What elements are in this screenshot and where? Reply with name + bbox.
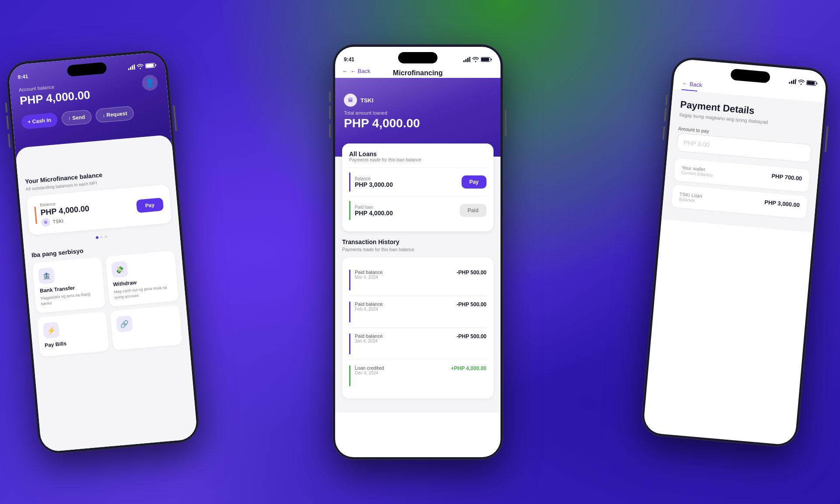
phone-left-screen: 9:41 (8, 52, 198, 452)
svg-rect-10 (469, 57, 471, 62)
wifi-icon-right (798, 79, 805, 85)
right-content: Payment Details Ilagay kung magkano ang … (662, 89, 825, 232)
tx-section-title: Transaction History (342, 238, 494, 245)
tx-bar-4 (349, 365, 350, 386)
other-service-card[interactable]: 🔗 (110, 305, 182, 350)
loan-pay-button-1[interactable]: Pay (462, 175, 486, 189)
lender-icon: 🏛 (344, 94, 357, 107)
signal-icon-left (128, 64, 135, 70)
tx-date-2: Feb 4, 2024 (355, 307, 457, 312)
center-silent (329, 91, 331, 102)
tx-info-2: Paid balance Feb 4, 2024 (355, 301, 457, 312)
center-status-icons (463, 57, 492, 62)
svg-rect-7 (463, 60, 465, 62)
loans-card: All Loans Payments made for this loan ba… (342, 144, 494, 231)
pay-bills-card[interactable]: ⚡ Pay Bills (37, 312, 109, 357)
tx-date-4: Dec 4, 2024 (355, 371, 451, 375)
svg-rect-19 (807, 81, 815, 85)
bank-transfer-card[interactable]: 🏦 Bank Transfer Magpadala ng pera sa iba… (32, 257, 105, 313)
battery-icon-right (806, 80, 818, 86)
services-grid: 🏦 Bank Transfer Magpadala ng pera sa iba… (32, 251, 183, 357)
wifi-icon-left (136, 63, 144, 69)
loan-bar-1 (349, 172, 350, 192)
signal-icon-center (463, 57, 470, 62)
tx-amount-4: +PHP 4,000.00 (451, 365, 486, 371)
svg-rect-16 (793, 80, 794, 84)
right-vol-down (662, 126, 665, 140)
orange-indicator (34, 206, 37, 224)
time-center: 9:41 (344, 56, 354, 63)
back-label-center: ← Back (350, 68, 371, 74)
wifi-icon-center (472, 57, 479, 62)
lender-name: TSKI (360, 97, 374, 104)
tx-label-2: Paid balance (355, 301, 457, 307)
back-arrow-right: ← (682, 80, 688, 87)
page-title-center: Microfinancing (393, 69, 443, 77)
loan-paid-button-2: Paid (460, 204, 486, 217)
tx-card: Paid balance Mar 4, 2024 -PHP 500.00 Pai… (342, 257, 494, 399)
phone-right-screen: 9:41 (643, 58, 827, 445)
loan-info-2: Paid loan PHP 4,000.00 (355, 205, 460, 217)
right-vol-up (664, 108, 667, 122)
loans-subtitle: Payments made for this loan balance (349, 158, 486, 162)
mf-pay-button[interactable]: Pay (136, 198, 164, 213)
tx-label-1: Paid balance (355, 270, 457, 275)
tx-date-1: Mar 4, 2024 (355, 275, 457, 280)
tx-info-4: Loan credited Dec 4, 2024 (355, 365, 451, 375)
loan-status-2: Paid loan (355, 205, 460, 210)
svg-rect-9 (467, 58, 469, 62)
tx-label-4: Loan credited (355, 365, 451, 371)
request-button[interactable]: ↓ Request (95, 106, 134, 123)
org-name: TSKI (52, 218, 63, 224)
tx-amount-1: -PHP 500.00 (457, 270, 487, 276)
phone-left: 9:41 (5, 49, 200, 455)
center-content: All Loans Payments made for this loan ba… (335, 144, 500, 413)
loan-amount-2: PHP 4,000.00 (355, 210, 460, 217)
loans-title: All Loans (349, 150, 486, 158)
back-nav-center[interactable]: ← ← Back (342, 68, 371, 74)
volume-up-button (6, 116, 9, 130)
status-icons-left (128, 63, 157, 70)
send-button[interactable]: ↑ Send (61, 109, 92, 126)
phones-container: 9:41 (0, 0, 840, 504)
center-vol-up (329, 105, 331, 119)
tx-label-3: Paid balance (355, 333, 457, 339)
time-right: 9:41 (683, 69, 694, 76)
loan-amount-right: PHP 3,000.00 (764, 199, 800, 208)
battery-icon-left (145, 63, 157, 69)
center-vol-down (329, 124, 331, 138)
dot-1 (96, 236, 99, 239)
tx-info-3: Paid balance Jan 4, 2024 (355, 333, 457, 343)
tx-info-1: Paid balance Mar 4, 2024 (355, 270, 457, 280)
back-label-right: Back (689, 81, 702, 88)
wallet-row: Your wallet Current Balance PHP 700.00 (681, 165, 802, 186)
svg-rect-6 (155, 64, 156, 66)
tx-bar-3 (349, 333, 350, 354)
loan-amount-1: PHP 3,000.00 (355, 181, 462, 188)
svg-rect-17 (794, 79, 796, 84)
loan-row: TSKI Loan Balance PHP 3,000.00 (679, 191, 800, 212)
lender-badge: 🏛 TSKI (344, 94, 492, 107)
withdraw-card[interactable]: 💸 Withdraw Mag-cash out ng pera mula sa … (105, 251, 178, 307)
volume-down-button (8, 134, 11, 148)
battery-icon-center (481, 57, 492, 62)
mf-card: Balance PHP 4,000.00 🏛 TSKI Pay (26, 184, 172, 235)
total-loaned-label: Total amount loaned (344, 110, 492, 116)
loan-item-1: Balance PHP 3,000.00 Pay (349, 168, 486, 196)
back-arrow-center: ← (342, 68, 348, 74)
withdraw-icon: 💸 (111, 261, 128, 278)
tx-bar-1 (349, 270, 350, 290)
org-icon: 🏛 (41, 217, 51, 227)
svg-rect-15 (791, 81, 792, 84)
tx-section-subtitle: Payments made for this loan balance (342, 247, 494, 252)
total-loaned-amount: PHP 4,000.00 (344, 116, 492, 130)
bank-transfer-icon: 🏦 (38, 267, 55, 284)
cash-in-button[interactable]: + Cash In (21, 112, 58, 130)
other-service-icon: 🔗 (116, 315, 133, 332)
svg-rect-12 (481, 58, 489, 61)
tx-amount-2: -PHP 500.00 (457, 301, 487, 308)
dot-3 (105, 235, 108, 238)
services-section: Iba pang serbisyo 🏦 Bank Transfer Magpad… (31, 239, 182, 357)
svg-rect-5 (146, 63, 154, 68)
signal-icon-right (789, 78, 796, 84)
